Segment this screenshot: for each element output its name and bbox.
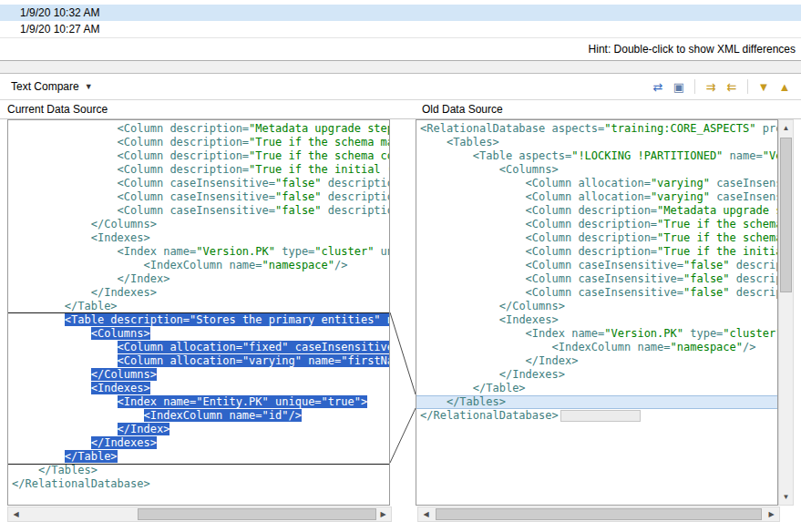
code-line[interactable]: <Table aspects="!LOCKING !PARTITIONED" n… xyxy=(416,149,777,163)
code-line[interactable]: <Indexes> xyxy=(8,231,389,245)
compare-mode-dropdown[interactable]: Text Compare ▼ xyxy=(5,77,98,96)
code-line[interactable]: <Column caseInsensitive="false" descript… xyxy=(8,190,389,204)
history-row[interactable]: 1/9/20 10:32 AM xyxy=(0,5,801,21)
pane-title-current: Current Data Source xyxy=(0,103,417,116)
code-pane-current-data-source[interactable]: <Column description="Metadata upgrade st… xyxy=(7,119,390,506)
scroll-right-arrow[interactable]: ▶ xyxy=(375,507,391,521)
scroll-down-arrow[interactable]: ▼ xyxy=(779,489,793,505)
code-line[interactable]: <Index name="Entity.PK" unique="true"> xyxy=(8,395,389,409)
code-line[interactable]: <Column description="Metadata upgrade st… xyxy=(416,204,777,218)
pane-title-old: Old Data Source xyxy=(417,103,801,116)
code-line[interactable]: <Column caseInsensitive="false" descript… xyxy=(416,286,777,300)
previous-difference-icon[interactable]: ▲ xyxy=(775,77,794,96)
horizontal-scrollbar-thumb[interactable] xyxy=(138,508,376,520)
code-line[interactable]: <Index name="Version.PK" type="cluster" … xyxy=(416,327,777,341)
code-line[interactable]: <IndexColumn name="namespace"/> xyxy=(416,341,777,354)
compare-toolbar: Text Compare ▼ ⇄▣⇉⇇▼▲ xyxy=(0,74,801,100)
swap-left-right-icon[interactable]: ⇄ xyxy=(649,77,667,96)
scroll-left-arrow[interactable]: ◀ xyxy=(8,507,24,521)
diff-center-gutter xyxy=(390,119,416,506)
code-line[interactable]: </RelationalDatabase> xyxy=(416,409,777,423)
diff-change-block[interactable]: <Table description="Stores the primary e… xyxy=(8,313,389,464)
chevron-down-icon: ▼ xyxy=(85,82,93,91)
code-line[interactable]: <Column allocation="varying" caseInsensi… xyxy=(416,177,777,190)
code-line[interactable]: <Columns> xyxy=(8,327,389,341)
code-line[interactable]: </Columns> xyxy=(8,218,389,231)
code-line[interactable]: </Indexes> xyxy=(8,436,389,450)
code-line[interactable]: </RelationalDatabase> xyxy=(8,477,389,491)
copy-all-right-to-left-icon[interactable]: ⇇ xyxy=(723,77,741,96)
empty-diff-range-box xyxy=(560,410,641,422)
code-line[interactable]: <Tables> xyxy=(416,136,777,149)
scroll-right-arrow[interactable]: ▶ xyxy=(764,507,779,521)
code-line[interactable]: </Index> xyxy=(8,272,389,286)
code-line[interactable]: <Column allocation="varying" name="first… xyxy=(8,354,389,368)
copy-current-change-icon[interactable]: ▣ xyxy=(670,77,688,96)
code-line[interactable]: </Index> xyxy=(416,354,777,368)
compare-mode-label: Text Compare xyxy=(11,80,79,93)
code-line[interactable]: <Column caseInsensitive="false" descript… xyxy=(8,177,389,190)
history-row[interactable]: 1/9/20 10:27 AM xyxy=(0,21,801,37)
compare-toolbar-icons: ⇄▣⇉⇇▼▲ xyxy=(649,77,796,96)
code-line[interactable]: <Column description="True if the schema … xyxy=(8,149,389,163)
code-line[interactable]: <IndexColumn name="id"/> xyxy=(8,409,389,423)
history-list: 1/9/20 10:32 AM 1/9/20 10:27 AM xyxy=(0,0,801,38)
code-line[interactable]: <Column allocation="fixed" caseInsensiti… xyxy=(8,341,389,354)
code-line[interactable]: <Column description="True if the initial… xyxy=(416,245,777,259)
code-line[interactable]: <Column caseInsensitive="false" descript… xyxy=(416,272,777,286)
next-difference-icon[interactable]: ▼ xyxy=(755,77,773,96)
code-line[interactable]: <Column description="True if the initial… xyxy=(8,163,389,177)
code-line[interactable]: </Columns> xyxy=(8,368,389,382)
code-line[interactable]: <Index name="Version.PK" type="cluster" … xyxy=(8,245,389,259)
code-line[interactable]: <Column caseInsensitive="false" descript… xyxy=(8,204,389,218)
code-line[interactable]: <Columns> xyxy=(416,163,777,177)
hint-text: Hint: Double-click to show XML differenc… xyxy=(589,43,796,56)
code-line[interactable]: </Tables> xyxy=(416,395,777,409)
code-line[interactable]: <Column allocation="varying" caseInsensi… xyxy=(416,190,777,204)
code-line[interactable]: <IndexColumn name="namespace"/> xyxy=(8,259,389,272)
code-line[interactable]: <Column description="True if the schema … xyxy=(416,231,777,245)
compare-panel: Text Compare ▼ ⇄▣⇉⇇▼▲ Current Data Sourc… xyxy=(0,73,801,523)
code-line[interactable]: </Index> xyxy=(8,423,389,436)
code-line[interactable]: <Column description="Metadata upgrade st… xyxy=(8,122,389,136)
code-line[interactable]: </Table> xyxy=(416,382,777,395)
vertical-scrollbar[interactable]: ▲ ▼ xyxy=(778,119,794,506)
vertical-scrollbar-thumb[interactable] xyxy=(780,138,792,292)
pane-headers: Current Data Source Old Data Source xyxy=(0,100,801,119)
diff-connector xyxy=(390,119,416,506)
code-line[interactable]: <Column description="True if the schema … xyxy=(416,218,777,231)
code-line[interactable]: </Table> xyxy=(8,300,389,313)
copy-all-left-to-right-icon[interactable]: ⇉ xyxy=(702,77,720,96)
scroll-up-arrow[interactable]: ▲ xyxy=(779,120,793,136)
scroll-left-arrow[interactable]: ◀ xyxy=(418,507,434,521)
horizontal-scrollbar-left-pane[interactable]: ◀ ▶ xyxy=(7,506,392,522)
splitter-sash[interactable] xyxy=(0,61,801,73)
code-line[interactable]: <Indexes> xyxy=(416,313,777,327)
code-line[interactable]: <Indexes> xyxy=(8,382,389,395)
code-pane-old-data-source[interactable]: <RelationalDatabase aspects="training:CO… xyxy=(416,119,778,506)
code-line[interactable]: <Column caseInsensitive="false" descript… xyxy=(416,259,777,272)
code-line[interactable]: <Table description="Stores the primary e… xyxy=(8,313,389,327)
horizontal-scrollbar-thumb[interactable] xyxy=(436,508,762,520)
code-line[interactable]: <RelationalDatabase aspects="training:CO… xyxy=(416,122,777,136)
code-line[interactable]: </Tables> xyxy=(8,464,389,477)
code-line[interactable]: </Indexes> xyxy=(8,286,389,300)
code-line[interactable]: <Column description="True if the schema … xyxy=(8,136,389,149)
code-line[interactable]: </Table> xyxy=(8,450,389,464)
code-line[interactable]: </Indexes> xyxy=(416,368,777,382)
code-line[interactable]: </Columns> xyxy=(416,300,777,313)
horizontal-scrollbar-right-pane[interactable]: ◀ ▶ xyxy=(417,506,780,522)
